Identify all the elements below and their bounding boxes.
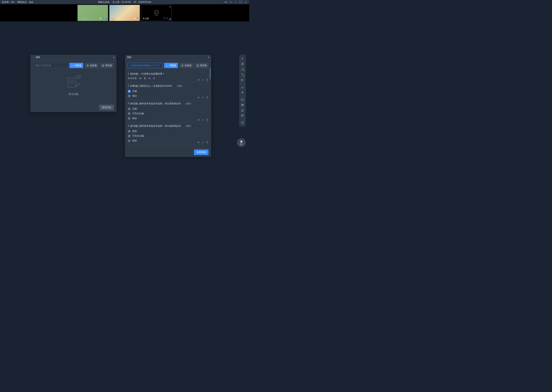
quiz-name-input[interactable] bbox=[33, 63, 68, 68]
move-icon[interactable] bbox=[197, 96, 200, 99]
question-item: 4 [多选题] 施华洛世奇是反华品牌，所以梁鼎琪反华。 （2分） A是的 B不完… bbox=[128, 123, 209, 145]
folder-tool-icon[interactable] bbox=[240, 97, 245, 102]
question-option[interactable]: A正确 bbox=[128, 106, 209, 111]
question-list: 1 [简答题] 一年四季分别是哪四季？ 参考答案：春、夏、秋、冬 2 [判断题] bbox=[128, 71, 209, 145]
close-tile-icon[interactable]: × bbox=[138, 6, 139, 8]
move-icon[interactable] bbox=[197, 119, 200, 121]
edit-icon[interactable] bbox=[202, 119, 204, 121]
laser-tool-icon[interactable] bbox=[240, 90, 245, 95]
panel-header: 测验 × bbox=[125, 55, 211, 60]
svg-point-42 bbox=[243, 115, 243, 115]
video-name: 王小明 bbox=[142, 17, 149, 20]
toolbox-tool-icon[interactable] bbox=[240, 102, 245, 108]
bell-tool-icon[interactable] bbox=[240, 120, 245, 125]
video-tile-teacher[interactable]: 叮当老师 bbox=[77, 5, 108, 21]
move-icon[interactable] bbox=[197, 141, 200, 144]
question-option[interactable]: C错误 bbox=[128, 116, 209, 121]
question-item: 2 [判断题] 我国宪法上一次更新是在2020年。 （2分） A正确 B错误 bbox=[128, 83, 209, 100]
close-panel-icon[interactable]: × bbox=[113, 56, 115, 59]
topbar-left: 丢包率：0% 网络状态：良好 bbox=[2, 0, 34, 4]
question-actions bbox=[197, 79, 209, 81]
mic-icon[interactable] bbox=[137, 17, 139, 20]
camera-icon[interactable] bbox=[99, 17, 102, 20]
move-tool-icon[interactable] bbox=[240, 61, 245, 67]
add-short-button[interactable]: 简答题 bbox=[100, 63, 114, 68]
mic-muted-icon[interactable] bbox=[163, 17, 165, 20]
topbar-right bbox=[224, 0, 247, 4]
svg-point-37 bbox=[242, 92, 243, 93]
raise-hand-button[interactable]: 0/2 bbox=[237, 138, 246, 147]
packet-loss: 丢包率：0% bbox=[2, 0, 14, 4]
add-judge-button[interactable]: 判断题 bbox=[69, 63, 83, 68]
svg-point-8 bbox=[135, 18, 135, 19]
close-icon[interactable] bbox=[244, 0, 247, 4]
question-option[interactable]: A正确 bbox=[128, 89, 209, 94]
user-tool-icon[interactable] bbox=[240, 108, 245, 113]
video-tile-student[interactable]: × Nina bbox=[109, 5, 140, 21]
add-choice-button[interactable]: 选择题 bbox=[85, 63, 99, 68]
settings-icon[interactable] bbox=[229, 0, 232, 4]
add-choice-button[interactable]: 选择题 bbox=[179, 63, 193, 68]
question-option[interactable]: B不完全正确 bbox=[128, 111, 209, 116]
fullscreen-icon[interactable] bbox=[239, 0, 242, 4]
chat-tool-icon[interactable] bbox=[240, 113, 245, 118]
camera-toggle-icon[interactable] bbox=[224, 0, 227, 4]
move-icon[interactable] bbox=[197, 79, 200, 81]
eraser-tool-icon[interactable] bbox=[240, 84, 245, 90]
svg-rect-21 bbox=[68, 78, 76, 87]
edit-icon[interactable] bbox=[202, 96, 204, 99]
quiz-toolbar: 判断题 选择题 简答题 bbox=[128, 63, 209, 68]
pointer-tool-icon[interactable] bbox=[240, 56, 245, 61]
edit-icon[interactable] bbox=[202, 79, 204, 81]
question-answer: 参考答案：春、夏、秋、冬 bbox=[128, 77, 209, 80]
empty-text: 暂无试题 bbox=[68, 92, 78, 96]
back-icon[interactable] bbox=[32, 56, 34, 59]
save-quiz-button[interactable]: 保存试卷 bbox=[99, 105, 114, 110]
panel-title: 测验 bbox=[36, 56, 40, 59]
question-title: 3 [单选题] 施华洛世奇是反华品牌，所以梁鼎琪反华。 （2分） bbox=[128, 102, 209, 105]
delete-icon[interactable] bbox=[206, 79, 209, 81]
svg-rect-7 bbox=[103, 18, 104, 19]
topbar-center: 神秘大自然 已上课：02:34:09 ID：2020070324 bbox=[98, 0, 151, 4]
svg-rect-38 bbox=[241, 105, 244, 106]
svg-point-6 bbox=[100, 18, 101, 19]
close-tile-icon[interactable]: × bbox=[169, 6, 171, 8]
annotate-toolbar bbox=[239, 55, 246, 126]
signal-icon bbox=[169, 18, 171, 20]
minimize-icon[interactable] bbox=[234, 0, 237, 4]
delete-icon[interactable] bbox=[206, 96, 209, 99]
svg-point-35 bbox=[241, 80, 242, 81]
scrollbar[interactable] bbox=[210, 68, 211, 79]
svg-point-5 bbox=[100, 18, 101, 19]
video-tile-student[interactable]: × 王小明 bbox=[141, 5, 172, 21]
svg-point-40 bbox=[242, 115, 242, 115]
camera-off-icon bbox=[153, 9, 160, 17]
question-title: 1 [简答题] 一年四季分别是哪四季？ bbox=[128, 72, 209, 76]
question-option[interactable]: A是的 bbox=[128, 129, 209, 133]
add-judge-button[interactable]: 判断题 bbox=[164, 63, 178, 68]
delete-icon[interactable] bbox=[206, 119, 209, 121]
elapsed: 已上课：02:34:09 bbox=[113, 0, 131, 4]
question-option[interactable]: B错误 bbox=[128, 94, 209, 98]
add-short-button[interactable]: 简答题 bbox=[195, 63, 209, 68]
question-option[interactable]: B不完全正确 bbox=[128, 133, 209, 138]
video-name: Nina bbox=[111, 18, 115, 20]
panel-header: 测验 × bbox=[30, 55, 116, 60]
pen-tool-icon[interactable] bbox=[240, 67, 245, 72]
svg-point-11 bbox=[155, 11, 158, 14]
panel-footer: 保存试卷 bbox=[30, 103, 116, 112]
mic-icon[interactable] bbox=[102, 17, 104, 20]
edit-icon[interactable] bbox=[202, 141, 204, 144]
svg-rect-15 bbox=[167, 18, 167, 19]
class-title: 神秘大自然 bbox=[98, 0, 109, 4]
delete-icon[interactable] bbox=[206, 141, 209, 144]
mic-icon[interactable] bbox=[166, 17, 168, 20]
quiz-name-input[interactable] bbox=[128, 63, 163, 68]
text-tool-icon[interactable] bbox=[240, 72, 245, 77]
camera-icon[interactable] bbox=[134, 17, 136, 20]
question-option[interactable]: C错误 bbox=[128, 138, 209, 143]
close-panel-icon[interactable]: × bbox=[208, 56, 209, 59]
save-quiz-button[interactable]: 保存试卷 bbox=[194, 149, 209, 155]
scissors-tool-icon[interactable] bbox=[240, 77, 245, 83]
svg-point-33 bbox=[242, 58, 242, 59]
